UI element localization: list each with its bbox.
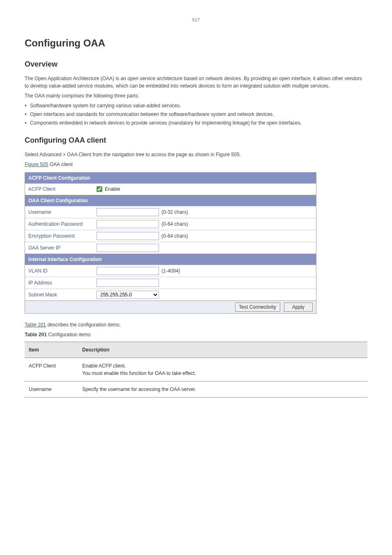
figure-caption-text: OAA client (50, 162, 73, 167)
acfp-enable-checkbox[interactable] (97, 186, 102, 192)
bullet-item: Software/hardware system for carrying va… (25, 102, 367, 109)
username-hint: (0-32 chars) (161, 208, 188, 216)
row-auth-password: Authentication Password (0-64 chars) (25, 218, 316, 230)
ip-address-input[interactable] (97, 279, 159, 287)
procedure-step-text: Select Advanced > OAA Client from the na… (25, 152, 241, 157)
table-row: Username Specify the username for access… (25, 381, 367, 397)
apply-button[interactable]: Apply (284, 303, 313, 312)
figure-link[interactable]: Figure 505 (25, 162, 48, 167)
enc-password-input[interactable] (97, 232, 159, 240)
heading-configuring-oaa-client: Configuring OAA client (25, 135, 367, 146)
section-header-oaa: OAA Client Configuration (25, 195, 316, 206)
row-enc-password: Encryption Password (0-64 chars) (25, 230, 316, 242)
enc-password-label: Encryption Password (28, 232, 97, 240)
username-label: Username (28, 208, 97, 216)
bullet-item: Components embedded in network devices t… (25, 119, 367, 127)
oaa-server-ip-label: OAA Server IP (28, 244, 97, 252)
table-cell-desc: Specify the username for accessing the O… (78, 381, 367, 397)
config-items-table: Item Description ACFP Client Enable ACFP… (25, 342, 367, 398)
subnet-mask-label: Subnet Mask (28, 291, 97, 298)
vlan-id-label: VLAN ID (28, 267, 97, 275)
bullet-item: Open interfaces and standards for commun… (25, 111, 367, 118)
acfp-client-label: ACFP Client (28, 185, 97, 193)
heading-configuring-oaa: Configuring OAA (25, 36, 367, 51)
row-ip-address: IP Address (25, 277, 316, 289)
section-header-acfp: ACFP Client Configuration (25, 173, 316, 183)
table-cell-item: ACFP Client (25, 358, 78, 381)
row-acfp-client: ACFP Client Enable (25, 183, 316, 195)
row-vlan-id: VLAN ID (1-4094) (25, 265, 316, 277)
auth-password-label: Authentication Password (28, 220, 97, 228)
overview-bullets: Software/hardware system for carrying va… (25, 102, 367, 127)
test-connectivity-button[interactable]: Test Connectivity (235, 303, 280, 312)
procedure-step: Select Advanced > OAA Client from the na… (25, 151, 367, 158)
heading-overview: Overview (25, 59, 367, 70)
oaa-config-panel: ACFP Client Configuration ACFP Client En… (25, 172, 316, 314)
row-username: Username (0-32 chars) (25, 206, 316, 218)
table-caption-text: Configuration items (48, 332, 90, 338)
table-cell-item: Username (25, 381, 78, 397)
username-input[interactable] (97, 208, 159, 216)
vlan-id-hint: (1-4094) (161, 267, 180, 275)
table-intro: Table 201 describes the configuration it… (25, 321, 367, 328)
overview-paragraph-2: The OAA mainly comprises the following t… (25, 92, 367, 99)
row-subnet-mask: Subnet Mask 255.255.255.0 (25, 289, 316, 301)
table-link[interactable]: Table 201 (25, 322, 46, 328)
ip-address-label: IP Address (28, 279, 97, 287)
table-header-description: Description (78, 342, 367, 358)
row-oaa-server-ip: OAA Server IP (25, 242, 316, 254)
acfp-enable-label: Enable (105, 185, 120, 193)
page-number: 517 (25, 16, 367, 23)
auth-password-hint: (0-64 chars) (161, 220, 188, 228)
oaa-server-ip-input[interactable] (97, 244, 159, 252)
table-row: ACFP Client Enable ACFP client. You must… (25, 358, 367, 381)
enc-password-hint: (0-64 chars) (161, 232, 188, 240)
table-header-item: Item (25, 342, 78, 358)
section-header-internal-iface: Internal Interface Configuration (25, 254, 316, 265)
subnet-mask-select[interactable]: 255.255.255.0 (97, 291, 159, 299)
table-caption-label: Table 201 (25, 332, 47, 338)
table-intro-text: describes the configuration items. (46, 322, 121, 328)
figure-caption: Figure 505 OAA client (25, 161, 367, 168)
overview-paragraph-1: The Open Application Architecture (OAA) … (25, 75, 367, 90)
table-caption: Table 201 Configuration items (25, 331, 367, 338)
button-row: Test Connectivity Apply (25, 301, 316, 313)
table-cell-desc: Enable ACFP client. You must enable this… (78, 358, 367, 381)
vlan-id-input[interactable] (97, 267, 159, 275)
auth-password-input[interactable] (97, 220, 159, 228)
